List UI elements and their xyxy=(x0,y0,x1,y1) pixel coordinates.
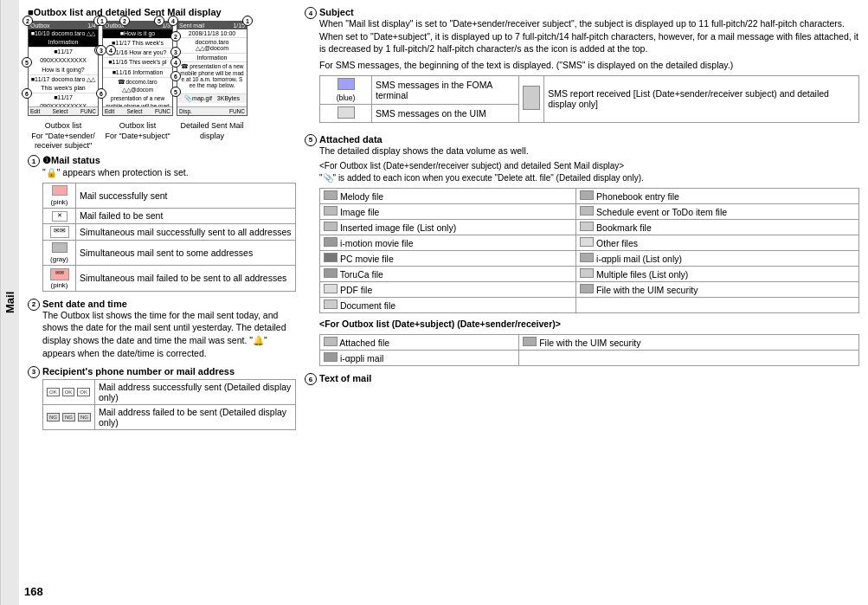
phone-header-3: Sent mail1/15 xyxy=(177,22,247,29)
ng-icon: NG xyxy=(47,413,60,422)
phone-screen-3: Sent mail1/15 2008/11/18 10:00 docomo.ta… xyxy=(177,21,248,116)
other-icon xyxy=(580,237,594,247)
icon-cell: OK OK OK xyxy=(43,379,95,404)
sms-uim-icon xyxy=(338,106,355,119)
phone-detail: docomo.taro △△@docom xyxy=(177,38,247,54)
caption-1: Outbox listFor "Date+sender/receiver sub… xyxy=(28,121,99,151)
table-row: Attached file File with the UIM security xyxy=(320,335,859,351)
table-row: Document file xyxy=(320,298,859,313)
table-text: Mail address successfully sent (Detailed… xyxy=(95,379,296,404)
screenshot-3: 1 2 3 4 6 5 Sent mail1/15 2008/11/18 10:… xyxy=(177,21,248,116)
attached-header: 5 Attached data The detailed display sho… xyxy=(305,134,859,370)
mail-status-header: 1 ❶Mail status "🔒" appears when protecti… xyxy=(28,155,296,296)
circle-3c: 3 xyxy=(170,47,181,57)
table-row: NG NG NG Mail address failed to be sent … xyxy=(43,404,296,429)
ok-icon: OK xyxy=(77,388,90,396)
mail-status-title: ❶Mail status xyxy=(42,155,100,165)
phone-row: ■10/10 docomo.taro △△Information xyxy=(29,29,98,48)
uim-sec-icon2 xyxy=(523,337,537,346)
table-cell: i-motion movie file xyxy=(320,235,576,251)
phone-screen-1: Outbox1/4 ■10/10 docomo.taro △△Informati… xyxy=(28,21,99,116)
subject-section: 4 Subject When "Mail list display" is se… xyxy=(305,7,859,127)
table-row: ToruCa file Multiple files (List only) xyxy=(320,267,859,282)
table-row: (gray) Simultaneous mail sent to some ad… xyxy=(43,240,296,265)
sms-blue-icon xyxy=(338,78,355,90)
ng-icon: NG xyxy=(62,413,75,422)
table-cell: Schedule event or ToDo item file xyxy=(576,204,859,220)
envelope-icon-multi-pink: ✉✉ xyxy=(50,268,69,280)
table-row: i-motion movie file Other files xyxy=(320,235,859,251)
phone-header-1: Outbox1/4 xyxy=(29,22,98,29)
icon-cell: NG NG NG xyxy=(43,404,95,429)
circle-2-label: 2 xyxy=(28,299,40,311)
table-text: Simultaneous mail successfully sent to a… xyxy=(76,223,296,240)
sms-table: (blue) SMS messages in the FOMA terminal… xyxy=(319,75,859,123)
table-row: (blue) SMS messages in the FOMA terminal… xyxy=(320,75,859,104)
table-cell: Image file xyxy=(320,204,576,220)
phone-detail: Information xyxy=(177,54,247,62)
screenshots-section: 2 1 3 4 5 6 Outbox1/4 ■10/10 docomo.taro… xyxy=(28,21,296,151)
circle-4: 4 xyxy=(106,45,116,55)
table-cell: Bookmark file xyxy=(576,220,859,235)
table-text: Simultaneous mail failed to be sent to a… xyxy=(76,265,296,291)
table-cell: Attached file xyxy=(320,335,519,351)
table-text: Simultaneous mail sent to some addresses xyxy=(76,240,296,265)
phone-screen-2: Outbox1/3 ■How is it go ■11/17 This week… xyxy=(102,21,173,116)
table-row: OK OK OK Mail address successfully sent … xyxy=(43,379,296,404)
table-cell: Multiple files (List only) xyxy=(576,267,859,282)
attached-subtext2: <For Outbox list (Date+subject) (Date+se… xyxy=(319,318,859,331)
circle-3-label: 3 xyxy=(28,366,40,378)
circle-1-label: 1 xyxy=(28,155,40,167)
table-cell: i-αppli mail xyxy=(320,351,519,366)
table-cell: File with the UIM security xyxy=(576,282,859,298)
table-cell: Phonebook entry file xyxy=(576,189,859,204)
mail-status-table: (pink) Mail successfully sent ✕ Mail fai… xyxy=(42,183,296,292)
sent-date-section: 2 Sent date and time The Outbox list sho… xyxy=(28,299,296,364)
melody-icon xyxy=(324,190,338,200)
image-icon xyxy=(324,206,338,216)
phone-detail: 2008/11/18 10:00 xyxy=(177,29,247,38)
circle-4b: 4 xyxy=(168,16,178,26)
subject-header: 4 Subject When "Mail list display" is se… xyxy=(305,7,859,127)
address-icons-ng: NG NG NG xyxy=(47,413,91,422)
sms-icon2 xyxy=(523,86,540,110)
sms-uim-label: SMS messages on the UIM xyxy=(372,104,519,122)
icon-cell: (pink) xyxy=(43,183,76,208)
recipient-section: 3 Recipient's phone number or mail addre… xyxy=(28,366,296,434)
ok-icon: OK xyxy=(62,388,75,396)
phone-row: ■11/16 Information xyxy=(103,68,172,78)
left-column: ■Outbox list and detailed Sent Mail disp… xyxy=(28,7,296,598)
text-of-mail-title: Text of mail xyxy=(319,373,371,383)
attached-title: Attached data xyxy=(319,134,383,145)
sidebar-label: Mail xyxy=(0,0,19,605)
circle-2: 2 xyxy=(23,16,33,26)
attached-content: Attached data The detailed display shows… xyxy=(319,134,859,370)
ng-icon: NG xyxy=(78,413,91,422)
main-content: ■Outbox list and detailed Sent Mail disp… xyxy=(19,0,868,605)
icon-cell: ✉✉ xyxy=(43,223,76,240)
address-icons-ok: OK OK OK xyxy=(47,388,91,396)
table-cell: Inserted image file (List only) xyxy=(320,220,576,235)
envelope-icon-gray xyxy=(52,242,68,253)
icon-cell: (gray) xyxy=(43,240,76,265)
caption-3: Detailed Sent Maildisplay xyxy=(177,121,248,151)
sms-label: SMS messages in the FOMA terminal xyxy=(372,75,519,104)
circle-6: 6 xyxy=(22,88,32,99)
schedule-icon xyxy=(580,206,594,216)
sent-date-title: Sent date and time xyxy=(42,299,127,309)
table-row: PC movie file i-αppli mail (List only) xyxy=(320,251,859,267)
recipient-content: Recipient's phone number or mail address… xyxy=(42,366,296,434)
uim-security-icon xyxy=(580,284,594,293)
circle-2c: 2 xyxy=(170,31,181,42)
table-cell: PC movie file xyxy=(320,251,576,267)
ok-icon: OK xyxy=(47,388,60,396)
phone-row: ■11/17 090XXXXXXXXXHow is it going? xyxy=(29,48,98,74)
pcmovie-icon xyxy=(324,253,338,262)
iappli-icon xyxy=(580,253,594,262)
page-container: Mail ■Outbox list and detailed Sent Mail… xyxy=(0,0,868,605)
toruca-icon xyxy=(324,268,338,278)
circle-6b: 6 xyxy=(96,88,106,99)
icon-cell: ✉✉(pink) xyxy=(43,265,76,291)
phone-detail: ☎ presentation of a newmobile phone will… xyxy=(177,62,247,89)
sms-report-text: SMS report received [List (Date+sender/r… xyxy=(544,75,859,122)
